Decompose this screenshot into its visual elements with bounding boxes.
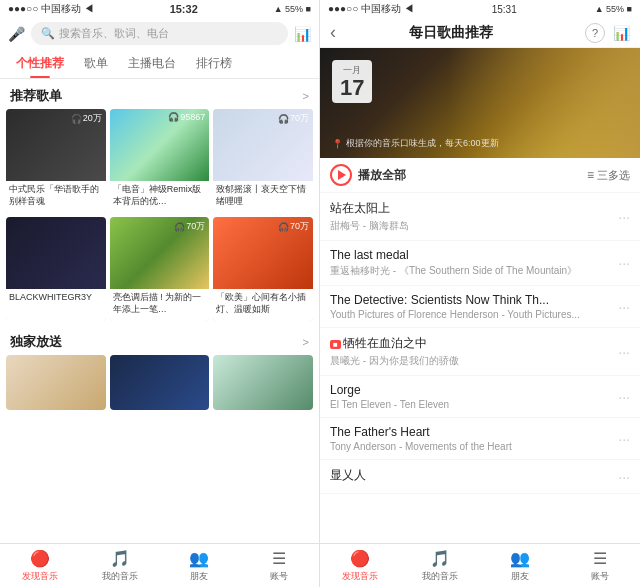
exclusive-bg-3 xyxy=(213,355,313,410)
card-title-5: 亮色调后描 ! 为新的一年添上一笔… xyxy=(110,289,210,321)
song-info-2: The Detective: Scientists Now Think Th..… xyxy=(330,293,610,320)
song-row-5[interactable]: The Father's Heart Tony Anderson - Movem… xyxy=(320,418,640,460)
more-button-4[interactable]: ··· xyxy=(618,389,630,405)
song-grid: 🎧 20万 中式民乐「华语歌手的别样音魂 🎧 95867 「电音」神级Remix… xyxy=(0,109,319,321)
song-info-5: The Father's Heart Tony Anderson - Movem… xyxy=(330,425,610,452)
song-name-6: 显乂人 xyxy=(330,467,610,484)
play-controls: 播放全部 ≡ 三多选 xyxy=(320,158,640,193)
exclusive-title: 独家放送 xyxy=(10,333,62,351)
right-nav-item-friends[interactable]: 👥 朋友 xyxy=(480,544,560,587)
headphone-icon-5: 🎧 xyxy=(174,222,185,232)
song-row-4[interactable]: Lorge El Ten Eleven - Ten Eleven ··· xyxy=(320,376,640,418)
exclusive-card-3[interactable] xyxy=(213,355,313,410)
card-title-4: BLACKWHITEGR3Y xyxy=(6,289,106,321)
help-button[interactable]: ? xyxy=(585,23,605,43)
right-my-music-icon: 🎵 xyxy=(430,549,450,568)
multi-select-button[interactable]: ≡ 三多选 xyxy=(587,168,630,183)
card-bg-2: 🎧 95867 xyxy=(110,109,210,181)
exclusive-bg-1 xyxy=(6,355,106,410)
right-account-icon: ☰ xyxy=(593,549,607,568)
tab-radio[interactable]: 主播电台 xyxy=(118,49,186,78)
right-nav-item-account[interactable]: ☰ 账号 xyxy=(560,544,640,587)
more-button-6[interactable]: ··· xyxy=(618,469,630,485)
nav-item-friends[interactable]: 👥 朋友 xyxy=(160,544,240,587)
song-list: 站在太阳上 甜梅号 - 脑海群岛 ··· The last medal 重返袖移… xyxy=(320,193,640,543)
song-card-6[interactable]: 🎧 70万 「欧美」心间有名小插灯、温暖如斯 xyxy=(213,217,313,321)
banner-day: 17 xyxy=(340,77,364,99)
song-card-2[interactable]: 🎧 95867 「电音」神级Remix版本背后的优… xyxy=(110,109,210,213)
equalizer-icon[interactable]: 📊 xyxy=(294,26,311,42)
nav-item-my-music[interactable]: 🎵 我的音乐 xyxy=(80,544,160,587)
right-nav-item-my-music[interactable]: 🎵 我的音乐 xyxy=(400,544,480,587)
song-row-2[interactable]: The Detective: Scientists Now Think Th..… xyxy=(320,286,640,328)
nav-item-account[interactable]: ☰ 账号 xyxy=(239,544,319,587)
tab-chart[interactable]: 排行榜 xyxy=(186,49,242,78)
more-button-2[interactable]: ··· xyxy=(618,299,630,315)
song-row-1[interactable]: The last medal 重返袖移时光 - 《The Southern Si… xyxy=(320,241,640,286)
more-button-0[interactable]: ··· xyxy=(618,209,630,225)
banner-subtitle: 📍 根据你的音乐口味生成，每天6:00更新 xyxy=(332,137,499,150)
headphone-icon-6: 🎧 xyxy=(278,222,289,232)
more-button-5[interactable]: ··· xyxy=(618,431,630,447)
play-triangle-icon xyxy=(338,170,346,180)
right-my-music-label: 我的音乐 xyxy=(422,570,458,583)
card-count-1: 🎧 20万 xyxy=(71,112,102,125)
back-button[interactable]: ‹ xyxy=(330,22,336,43)
friends-label: 朋友 xyxy=(190,570,208,583)
exclusive-more[interactable]: > xyxy=(303,336,309,348)
song-artist-3: 晨曦光 - 因为你是我们的骄傲 xyxy=(330,354,610,368)
more-button-1[interactable]: ··· xyxy=(618,255,630,271)
song-card-5[interactable]: 🎧 70万 亮色调后描 ! 为新的一年添上一笔… xyxy=(110,217,210,321)
song-artist-2: Youth Pictures of Florence Henderson - Y… xyxy=(330,309,610,320)
song-row-0[interactable]: 站在太阳上 甜梅号 - 脑海群岛 ··· xyxy=(320,193,640,241)
song-info-0: 站在太阳上 甜梅号 - 脑海群岛 xyxy=(330,200,610,233)
exclusive-card-2[interactable] xyxy=(110,355,210,410)
right-account-label: 账号 xyxy=(591,570,609,583)
card-count-6: 🎧 70万 xyxy=(278,220,309,233)
song-name-5: The Father's Heart xyxy=(330,425,610,439)
search-bar: 🎤 🔍 搜索音乐、歌词、电台 📊 xyxy=(0,18,319,49)
card-count-3: 🎧 70万 xyxy=(278,112,309,125)
left-time: 15:32 xyxy=(170,3,198,15)
discover-label: 发现音乐 xyxy=(22,570,58,583)
song-info-1: The last medal 重返袖移时光 - 《The Southern Si… xyxy=(330,248,610,278)
recommended-more[interactable]: > xyxy=(303,90,309,102)
right-bottom-nav: 🔴 发现音乐 🎵 我的音乐 👥 朋友 ☰ 账号 xyxy=(320,543,640,587)
exclusive-card-1[interactable] xyxy=(6,355,106,410)
song-row-6[interactable]: 显乂人 ··· xyxy=(320,460,640,494)
exclusive-bg-2 xyxy=(110,355,210,410)
exclusive-grid xyxy=(0,355,319,410)
right-friends-icon: 👥 xyxy=(510,549,530,568)
song-card-4[interactable]: BLACKWHITEGR3Y xyxy=(6,217,106,321)
song-info-4: Lorge El Ten Eleven - Ten Eleven xyxy=(330,383,610,410)
mic-icon[interactable]: 🎤 xyxy=(8,26,25,42)
recommended-section-header: 推荐歌单 > xyxy=(0,79,319,109)
card-title-2: 「电音」神级Remix版本背后的优… xyxy=(110,181,210,213)
left-panel: ●●●○○ 中国移动 ◀ 15:32 ▲ 55% ■ 🎤 🔍 搜索音乐、歌词、电… xyxy=(0,0,320,587)
artist-tag-3: ■ xyxy=(330,340,341,349)
song-row-3[interactable]: ■牺牲在血泊之中 晨曦光 - 因为你是我们的骄傲 ··· xyxy=(320,328,640,376)
more-button-3[interactable]: ··· xyxy=(618,344,630,360)
tab-playlist[interactable]: 歌单 xyxy=(74,49,118,78)
song-card-1[interactable]: 🎧 20万 中式民乐「华语歌手的别样音魂 xyxy=(6,109,106,213)
left-status-bar: ●●●○○ 中国移动 ◀ 15:32 ▲ 55% ■ xyxy=(0,0,319,18)
menu-lines-icon: ≡ xyxy=(587,168,594,182)
right-status-icons: ▲ 55% ■ xyxy=(595,4,632,14)
friends-icon: 👥 xyxy=(189,549,209,568)
play-all-label: 播放全部 xyxy=(358,167,406,184)
song-artist-4: El Ten Eleven - Ten Eleven xyxy=(330,399,610,410)
song-name-2: The Detective: Scientists Now Think Th..… xyxy=(330,293,610,307)
right-carrier: ●●●○○ 中国移动 ◀ xyxy=(328,2,414,16)
chart-button[interactable]: 📊 xyxy=(613,25,630,41)
headphone-icon-3: 🎧 xyxy=(278,114,289,124)
card-count-2: 🎧 95867 xyxy=(168,112,205,122)
search-icon: 🔍 xyxy=(41,27,55,40)
right-nav-item-discover[interactable]: 🔴 发现音乐 xyxy=(320,544,400,587)
song-card-3[interactable]: 🎧 70万 致郁摇滚丨哀天空下情绪哩哩 xyxy=(213,109,313,213)
right-discover-label: 发现音乐 xyxy=(342,570,378,583)
chevron-right-exclusive-icon: > xyxy=(303,336,309,348)
search-input[interactable]: 🔍 搜索音乐、歌词、电台 xyxy=(31,22,288,45)
tab-personal[interactable]: 个性推荐 xyxy=(6,49,74,78)
play-all-button[interactable]: 播放全部 xyxy=(330,164,406,186)
nav-item-discover[interactable]: 🔴 发现音乐 xyxy=(0,544,80,587)
